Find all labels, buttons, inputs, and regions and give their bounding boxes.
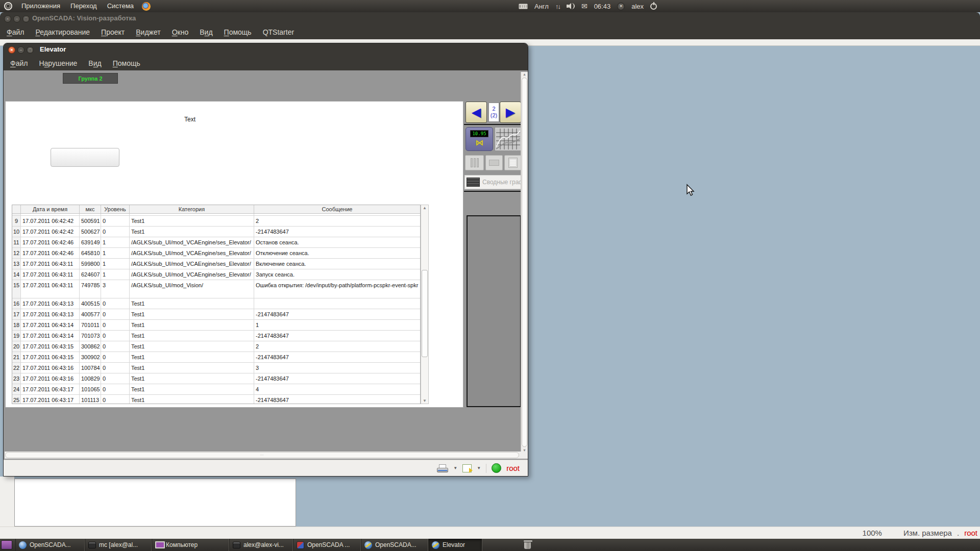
table-row[interactable]: 16 17.07.2011 06:43:13 400515 0 Test1	[12, 298, 420, 309]
summary-graphs-button[interactable]: Сводные граф.	[464, 175, 522, 189]
table-row[interactable]: 20 17.07.2011 06:43:15 300862 0 Test1 2	[12, 341, 420, 352]
username-label[interactable]: alex	[631, 3, 644, 10]
column-header[interactable]: Сообщение	[254, 205, 420, 213]
vision-menu-item[interactable]: Проект	[95, 26, 130, 39]
elevator-vertical-scrollbar[interactable]: ▲ ▼	[521, 72, 528, 453]
vision-menu-item[interactable]: Вид	[194, 26, 218, 39]
panel-menu-item[interactable]: Переход	[65, 0, 102, 12]
print-dropdown-icon[interactable]: ▼	[453, 466, 457, 470]
taskbar-item[interactable]: OpenSCADA...	[15, 539, 85, 551]
table-row[interactable]: 23 17.07.2011 06:43:16 100829 0 Test1 -2…	[12, 373, 420, 384]
taskbar-item[interactable]: OpenSCADA...	[361, 539, 428, 551]
taskbar-item[interactable]: mc [alex@al...	[85, 539, 152, 551]
cell-message: -2147483647	[254, 309, 420, 319]
vision-menu-item[interactable]: QTStarter	[257, 26, 300, 39]
vision-menu-item[interactable]: Файл	[1, 26, 30, 39]
cell-row-number: 9	[12, 216, 21, 226]
cell-microseconds: 101113	[80, 395, 101, 404]
table-row[interactable]: 18 17.07.2011 06:43:14 701011 0 Test1 1	[12, 320, 420, 331]
keyboard-layout-icon[interactable]	[519, 4, 528, 9]
print-icon[interactable]	[437, 464, 448, 472]
mimic-select-button-1[interactable]	[465, 155, 484, 170]
elevator-horizontal-scrollbar[interactable]: ⋯	[5, 452, 528, 459]
elevator-menu-item[interactable]: Вид	[83, 57, 107, 70]
group-tab[interactable]: Группа 2	[63, 73, 118, 84]
vision-close-button[interactable]: ×	[4, 15, 11, 22]
vision-user-label[interactable]: root	[964, 529, 977, 537]
panel-menu-item[interactable]: Приложения	[16, 0, 65, 12]
cell-microseconds: 701011	[80, 320, 101, 330]
elevator-menu-item[interactable]: Помощь	[107, 57, 146, 70]
table-row[interactable]: 9 17.07.2011 06:42:42 500591 0 Test1 2	[12, 216, 420, 227]
keyboard-layout-label[interactable]: Англ	[534, 3, 549, 10]
table-row[interactable]: 24 17.07.2011 06:43:17 101065 0 Test1 4	[12, 384, 420, 395]
valve-widget-button[interactable]: 10.95 ⋈	[465, 127, 493, 151]
table-row[interactable]: 19 17.07.2011 06:43:14 701073 0 Test1 -2…	[12, 331, 420, 341]
next-page-button[interactable]: ▶	[500, 102, 521, 123]
canvas-blank-button[interactable]	[51, 148, 119, 167]
table-row[interactable]: 21 17.07.2011 06:43:15 300902 0 Test1 -2…	[12, 352, 420, 363]
column-header[interactable]: мкс	[80, 205, 101, 213]
elevator-titlebar[interactable]: × − □ Elevator	[4, 43, 528, 57]
table-scrollbar-thumb[interactable]	[422, 270, 428, 357]
mimic-select-button-3[interactable]	[504, 155, 522, 170]
ubuntu-logo-icon[interactable]	[4, 2, 12, 10]
graph-widget-button[interactable]	[495, 127, 522, 151]
mimic-select-button-2[interactable]	[485, 155, 503, 170]
column-header[interactable]: Уровень	[101, 205, 130, 213]
power-icon[interactable]	[650, 3, 657, 10]
trash-icon[interactable]	[524, 540, 531, 549]
user-status-icon[interactable]: ✕	[617, 3, 625, 10]
document-icon	[508, 158, 518, 168]
firefox-icon[interactable]	[142, 2, 151, 11]
mail-icon[interactable]: ✉	[581, 2, 587, 10]
scroll-up-icon[interactable]: ▲	[521, 72, 528, 76]
taskbar-item[interactable]: OpenSCADA ...	[293, 539, 361, 551]
mouse-cursor	[685, 184, 696, 197]
vision-menu-item[interactable]: Помощь	[218, 26, 257, 39]
export-icon[interactable]	[462, 464, 472, 472]
vision-menu-item[interactable]: Виджет	[130, 26, 166, 39]
column-header[interactable]: Категория	[130, 205, 254, 213]
cell-message: Останов сеанса.	[254, 237, 420, 247]
vision-menu-item[interactable]: Редактирование	[30, 26, 95, 39]
volume-icon[interactable]	[567, 3, 575, 9]
scroll-down-icon[interactable]: ▼	[421, 398, 428, 403]
elevator-close-button[interactable]: ×	[8, 46, 15, 54]
elevator-user-label[interactable]: root	[506, 464, 520, 472]
clock[interactable]: 06:43	[594, 3, 611, 10]
vision-minimize-button[interactable]: −	[13, 15, 20, 22]
show-desktop-icon[interactable]	[1, 540, 12, 549]
elevator-menu-item[interactable]: Нарушение	[33, 57, 83, 70]
vision-titlebar[interactable]: × − □ OpenSCADA: Vision-разработка	[0, 12, 980, 26]
table-row[interactable]: 12 17.07.2011 06:42:46 645810 1 /AGLKS/s…	[12, 248, 420, 259]
export-dropdown-icon[interactable]: ▼	[477, 466, 481, 470]
table-row[interactable]: 17 17.07.2011 06:43:13 400577 0 Test1 -2…	[12, 309, 420, 320]
table-vertical-scrollbar[interactable]: ▲ ▼	[421, 205, 429, 404]
table-row[interactable]: 14 17.07.2011 06:43:11 624607 1 /AGLKS/s…	[12, 269, 420, 280]
prev-page-button[interactable]: ◀	[465, 102, 487, 123]
vision-menu-item[interactable]: Окно	[166, 26, 194, 39]
network-arrows-icon[interactable]: ↑↓	[555, 3, 560, 10]
elevator-maximize-button[interactable]: □	[27, 46, 34, 54]
elevator-minimize-button[interactable]: −	[17, 46, 24, 54]
horizontal-scrollbar-thumb[interactable]: ⋯	[5, 452, 519, 458]
table-row[interactable]: 13 17.07.2011 06:43:11 599800 1 /AGLKS/s…	[12, 259, 420, 269]
taskbar-item[interactable]: Elevator	[428, 539, 482, 551]
taskbar-item[interactable]: alex@alex-vi...	[229, 539, 293, 551]
panel-menu-item[interactable]: Система	[102, 0, 139, 12]
column-header[interactable]: Дата и время	[21, 205, 80, 213]
table-row[interactable]: 22 17.07.2011 06:43:16 100784 0 Test1 3	[12, 363, 420, 373]
column-header[interactable]	[12, 205, 21, 213]
scroll-up-icon[interactable]: ▲	[421, 206, 428, 210]
table-row[interactable]: 25 17.07.2011 06:43:17 101113 0 Test1 -2…	[12, 395, 420, 404]
vision-maximize-button[interactable]: □	[22, 15, 30, 22]
elevator-menu-item[interactable]: Файл	[5, 57, 33, 70]
vertical-scrollbar-thumb[interactable]	[522, 78, 527, 447]
table-row[interactable]: 15 17.07.2011 06:43:11 749785 3 /AGLKS/s…	[12, 280, 420, 298]
taskbar-item-label: alex@alex-vi...	[243, 541, 284, 548]
cell-level: 1	[101, 259, 130, 269]
table-row[interactable]: 11 17.07.2011 06:42:46 639149 1 /AGLKS/s…	[12, 237, 420, 248]
taskbar-item[interactable]: Компьютер	[152, 539, 229, 551]
table-row[interactable]: 10 17.07.2011 06:42:42 500627 0 Test1 -2…	[12, 227, 420, 237]
